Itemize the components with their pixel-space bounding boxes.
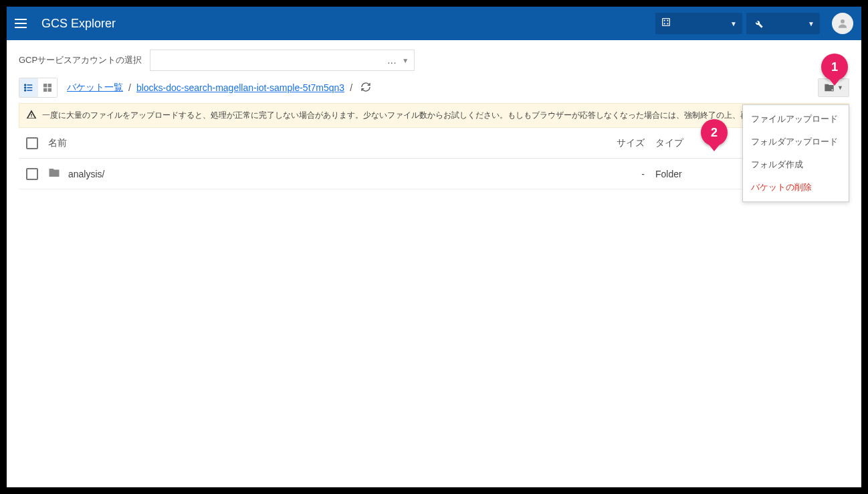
svg-rect-2 [667,20,668,21]
user-avatar[interactable] [832,13,853,34]
svg-rect-4 [667,23,668,24]
app-frame: GCS Explorer ▼ ▼ GCPサービスアカウントの選択 ... ▼ [7,7,861,487]
account-select-dropdown[interactable]: ... ▼ [150,50,415,71]
view-toggle-group [19,78,58,98]
svg-rect-3 [664,23,665,24]
menu-folder-create[interactable]: フォルダ作成 [743,153,849,176]
menu-file-upload[interactable]: ファイルアップロード [743,108,849,131]
building-icon [661,17,671,30]
row-name: analysis/ [68,169,104,179]
app-header: GCS Explorer ▼ ▼ [7,7,861,40]
svg-point-11 [25,90,26,91]
account-select-label: GCPサービスアカウントの選択 [19,54,142,66]
svg-point-9 [25,84,26,86]
file-table: 名前 サイズ タイプ 更 analysis/ - Folder - [7,128,861,189]
account-select-value: ... [387,56,397,66]
svg-point-10 [25,87,26,88]
select-all-checkbox[interactable] [26,137,38,149]
folder-icon [48,167,60,181]
menu-folder-upload[interactable]: フォルダアップロード [743,131,849,153]
row-size: - [588,169,655,179]
table-row[interactable]: analysis/ - Folder - [19,159,849,189]
svg-rect-14 [43,88,47,92]
caret-down-icon: ▼ [808,20,815,27]
table-header-size[interactable]: サイズ [588,137,655,149]
svg-rect-12 [43,84,47,87]
annotation-bubble-2: 2 [701,119,728,146]
annotation-bubble-1: 1 [821,54,848,80]
svg-point-16 [831,89,833,91]
folder-actions-dropdown: ファイルアップロード フォルダアップロード フォルダ作成 バケットの削除 [742,104,849,202]
breadcrumb-bucket-list[interactable]: バケット一覧 [67,82,123,94]
warning-text: 一度に大量のファイルをアップロードすると、処理が正常に完了しない場合があります。… [42,110,812,121]
svg-rect-15 [48,88,51,92]
breadcrumb-separator: / [350,82,352,93]
caret-down-icon: ▼ [402,57,409,64]
svg-rect-1 [664,20,665,21]
table-header-name[interactable]: 名前 [45,137,588,149]
svg-rect-13 [48,84,51,87]
refresh-button[interactable] [360,82,371,94]
app-title: GCS Explorer [41,17,655,31]
breadcrumb-bucket-name[interactable]: blocks-doc-search-magellan-iot-sample-5t… [136,82,344,93]
hamburger-menu-icon[interactable] [15,15,31,31]
header-tool-selector[interactable]: ▼ [746,13,820,34]
wrench-icon [752,18,765,29]
warning-icon [26,109,37,122]
breadcrumb-separator: / [128,82,131,93]
svg-rect-0 [663,19,670,26]
svg-point-5 [841,19,845,23]
caret-down-icon: ▼ [730,20,737,27]
account-toolbar: GCPサービスアカウントの選択 ... ▼ [7,40,861,78]
table-header-check [19,137,45,149]
menu-bucket-delete[interactable]: バケットの削除 [743,176,849,199]
breadcrumb-row: バケット一覧 / blocks-doc-search-magellan-iot-… [7,78,861,103]
row-checkbox[interactable] [26,168,38,180]
header-org-selector[interactable]: ▼ [655,13,742,34]
grid-view-button[interactable] [38,78,57,97]
list-view-button[interactable] [19,78,38,97]
